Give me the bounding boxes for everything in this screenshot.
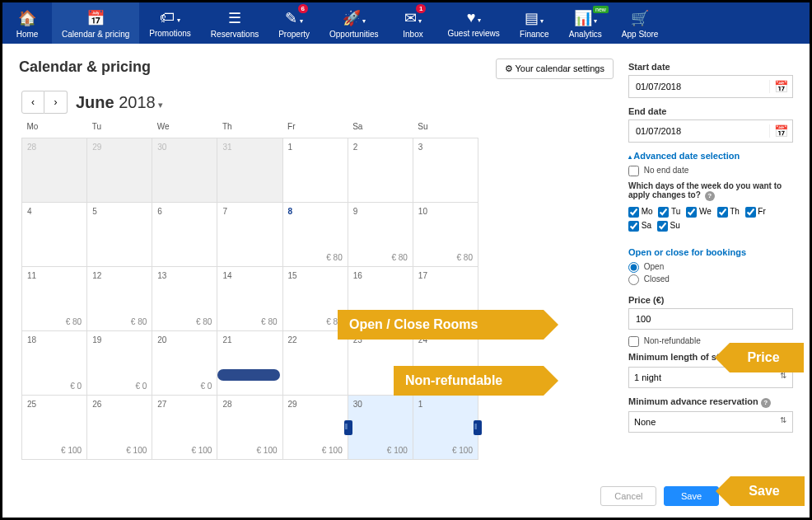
start-date-input[interactable] [629, 82, 769, 91]
start-date-label: Start date [628, 62, 793, 72]
calendar-picker-icon[interactable]: 📅 [769, 124, 792, 138]
calendar-day[interactable]: 26€ 100 [87, 396, 152, 460]
nav-property[interactable]: 6✎Property [268, 2, 320, 44]
day-price: € 80 [261, 317, 277, 326]
non-refundable-checkbox[interactable]: Non-refundable [628, 336, 701, 345]
day-number: 21 [222, 335, 231, 344]
calendar-day[interactable]: 30€ 100 [348, 396, 413, 460]
open-close-label: Open or close for bookings [628, 247, 793, 257]
booking-bar[interactable] [217, 369, 280, 381]
nav-calendar-pricing[interactable]: 📅Calendar & pricing [52, 2, 139, 44]
calendar-day[interactable]: 11€ 80 [22, 267, 87, 331]
price-input[interactable] [628, 308, 793, 330]
calendar-day[interactable]: 28 [22, 138, 87, 203]
day-price: € 80 [457, 253, 473, 262]
nav-promotions[interactable]: 🏷Promotions [139, 2, 201, 44]
calendar-day[interactable]: 1 [282, 138, 348, 203]
start-date-field[interactable]: 📅 [628, 75, 793, 98]
days-question: Which days of the week do you want to ap… [628, 181, 793, 201]
nav-home[interactable]: 🏠Home [2, 2, 52, 44]
day-price: € 100 [387, 446, 408, 455]
help-icon[interactable]: ? [705, 191, 715, 201]
no-end-date-checkbox[interactable]: No end date [628, 166, 688, 175]
calendar-day[interactable]: 22 [282, 331, 348, 396]
calendar-day[interactable]: 1€ 100 [413, 396, 478, 460]
day-number: 29 [288, 400, 297, 409]
nav-opportunities[interactable]: 🚀Opportunities [320, 2, 388, 44]
day-number: 3 [418, 143, 423, 152]
day-number: 16 [353, 271, 362, 280]
next-month-button[interactable]: › [44, 91, 68, 114]
calendar-day[interactable]: 28€ 100 [217, 396, 282, 460]
day-number: 4 [27, 207, 32, 216]
closed-radio[interactable]: Closed [628, 274, 670, 283]
rocket-icon: 🚀 [329, 9, 378, 27]
open-radio[interactable]: Open [628, 262, 664, 271]
calendar-day[interactable]: 12€ 80 [87, 267, 152, 331]
day-number: 26 [92, 400, 101, 409]
day-number: 6 [157, 207, 162, 216]
calendar-day[interactable]: 6 [152, 203, 217, 267]
calendar-day[interactable]: 9€ 80 [348, 203, 413, 267]
end-date-input[interactable] [629, 126, 769, 136]
property-badge: 6 [298, 4, 308, 13]
calendar-day[interactable]: 14€ 80 [217, 267, 282, 331]
month-selector[interactable]: June 2018 [76, 93, 163, 112]
calendar-day[interactable]: 29€ 100 [282, 396, 348, 460]
calendar-day[interactable]: 30 [152, 138, 217, 203]
help-icon[interactable]: ? [761, 398, 771, 408]
day-number: 31 [222, 143, 231, 152]
selection-handle-start[interactable] [344, 420, 352, 435]
calendar-day[interactable]: 4 [22, 203, 87, 267]
day-price: € 80 [131, 317, 147, 326]
calendar-day[interactable]: 27€ 100 [152, 396, 217, 460]
calendar-day[interactable]: 31 [217, 138, 282, 203]
weekday-header: We [152, 120, 217, 138]
save-button[interactable]: Save [664, 486, 719, 506]
day-checkbox-mo[interactable]: Mo [628, 207, 653, 216]
nav-reservations[interactable]: ☰Reservations [201, 2, 268, 44]
calendar-day[interactable]: 20€ 0 [152, 331, 217, 396]
calendar-day[interactable]: 2 [348, 138, 413, 203]
calendar-day[interactable]: 21 [217, 331, 282, 396]
cancel-button[interactable]: Cancel [600, 486, 656, 506]
calendar-day[interactable]: 8€ 80 [282, 203, 348, 267]
calendar-day[interactable]: 25€ 100 [22, 396, 87, 460]
day-checkbox-tu[interactable]: Tu [658, 207, 680, 216]
day-checkbox-fr[interactable]: Fr [745, 207, 766, 216]
day-checkbox-th[interactable]: Th [717, 207, 740, 216]
home-icon: 🏠 [12, 9, 42, 27]
calendar-icon: 📅 [62, 9, 129, 27]
selection-handle-end[interactable] [474, 420, 482, 435]
prev-month-button[interactable]: ‹ [21, 91, 44, 114]
calendar-settings-button[interactable]: Your calendar settings [496, 59, 614, 79]
advanced-date-toggle[interactable]: Advanced date selection [628, 151, 793, 161]
min-advance-select[interactable]: None [628, 411, 793, 433]
calendar-day[interactable]: 19€ 0 [87, 331, 152, 396]
end-date-field[interactable]: 📅 [628, 119, 793, 143]
calendar-day[interactable]: 7 [217, 203, 282, 267]
day-checkbox-sa[interactable]: Sa [628, 221, 651, 230]
calendar-day[interactable]: 3 [413, 138, 478, 203]
day-checkbox-su[interactable]: Su [657, 221, 680, 230]
list-icon: ☰ [211, 9, 259, 27]
day-number: 27 [157, 400, 166, 409]
calendar-day[interactable]: 29 [87, 138, 152, 203]
calendar-day[interactable]: 13€ 80 [152, 267, 217, 331]
nav-appstore[interactable]: 🛒App Store [612, 2, 668, 44]
nav-guest-reviews[interactable]: ♥Guest reviews [437, 2, 509, 44]
calendar-day[interactable]: 5 [87, 203, 152, 267]
weekday-header: Fr [282, 120, 348, 138]
day-checkbox-we[interactable]: We [686, 207, 712, 216]
day-number: 11 [27, 271, 36, 280]
calendar-day[interactable]: 18€ 0 [22, 331, 87, 396]
analytics-new-badge: new [593, 6, 609, 13]
calendar-day[interactable]: 10€ 80 [413, 203, 478, 267]
calendar-picker-icon[interactable]: 📅 [769, 80, 792, 93]
nav-analytics[interactable]: new📊Analytics [559, 2, 612, 44]
day-price: € 100 [257, 446, 278, 455]
day-number: 13 [157, 271, 166, 280]
day-number: 22 [288, 335, 297, 344]
nav-inbox[interactable]: 1✉Inbox [388, 2, 437, 44]
nav-finance[interactable]: ▤Finance [510, 2, 559, 44]
